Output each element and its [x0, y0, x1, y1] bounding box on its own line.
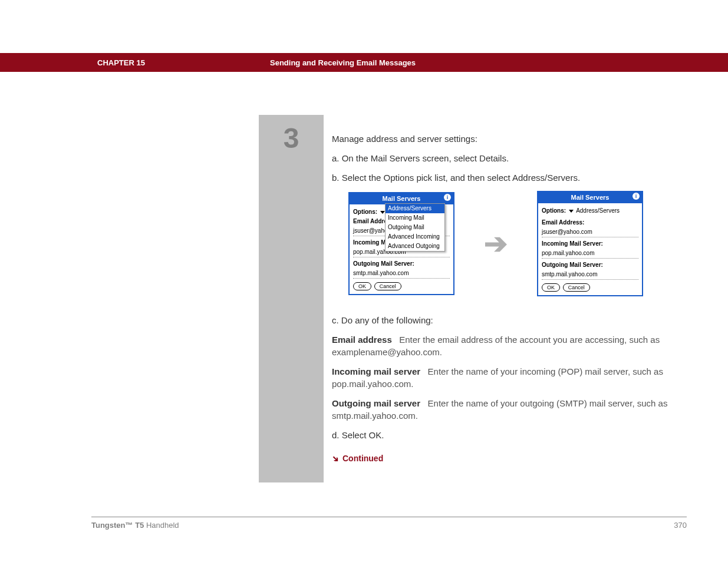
- step-content: Manage address and server settings: a. O…: [324, 115, 690, 482]
- options-label: Options:: [353, 209, 377, 215]
- def-outgoing: Outgoing mail server Enter the name of y…: [332, 397, 678, 422]
- dropdown-item-address-servers[interactable]: Address/Servers: [386, 204, 444, 213]
- palm-title-text: Mail Servers: [383, 195, 421, 202]
- outgoing-label-left: Outgoing Mail Server:: [353, 260, 450, 268]
- dropdown-item-adv-incoming[interactable]: Advanced Incoming: [386, 232, 444, 242]
- options-row-right: Options: Address/Servers: [542, 207, 638, 215]
- step-a: a. On the Mail Servers screen, select De…: [332, 152, 678, 164]
- step-number: 3: [259, 122, 324, 154]
- options-label-right: Options:: [542, 207, 566, 214]
- ok-button-right[interactable]: OK: [542, 283, 560, 292]
- dropdown-item-adv-outgoing[interactable]: Advanced Outgoing: [386, 242, 444, 251]
- step-number-column: 3: [259, 115, 324, 482]
- step-d: d. Select OK.: [332, 429, 678, 441]
- info-icon-right[interactable]: i: [633, 193, 640, 200]
- def-email: Email address Enter the email address of…: [332, 333, 678, 358]
- continued-arrow-icon: ➔: [329, 452, 342, 465]
- dropdown-icon-right[interactable]: [569, 210, 574, 213]
- palm-title-bar-right: Mail Servers i: [538, 192, 642, 203]
- page-footer: Tungsten™ T5 Handheld 370: [91, 517, 687, 530]
- incoming-field-right[interactable]: pop.mail.yahoo.com: [542, 249, 638, 259]
- cancel-button-right[interactable]: Cancel: [563, 283, 590, 292]
- chapter-number: CHAPTER 15: [97, 58, 145, 67]
- palm-screen-right: Mail Servers i Options: Address/Servers …: [537, 191, 643, 296]
- product-name: Tungsten™ T5 Handheld: [91, 521, 179, 530]
- dropdown-item-outgoing[interactable]: Outgoing Mail: [386, 223, 444, 232]
- step-intro: Manage address and server settings:: [332, 133, 678, 145]
- options-dropdown: Address/Servers Incoming Mail Outgoing M…: [385, 203, 445, 252]
- palm-button-row-right: OK Cancel: [542, 283, 638, 292]
- ok-button[interactable]: OK: [353, 282, 371, 290]
- palm-title-text-right: Mail Servers: [571, 194, 610, 201]
- step-c: c. Do any of the following:: [332, 314, 678, 326]
- cancel-button[interactable]: Cancel: [374, 282, 401, 290]
- palm-button-row: OK Cancel: [353, 282, 450, 290]
- palm-screen-left: Mail Servers i Options: Address/Servers …: [348, 192, 454, 295]
- product-bold: Tungsten™ T5: [91, 521, 144, 530]
- product-rest: Handheld: [144, 521, 179, 530]
- continued-marker: ➔ Continued: [332, 453, 678, 465]
- screenshot-row: Mail Servers i Options: Address/Servers …: [348, 191, 678, 296]
- def-incoming: Incoming mail server Enter the name of y…: [332, 365, 678, 390]
- chapter-title: Sending and Receiving Email Messages: [270, 58, 416, 67]
- dropdown-icon[interactable]: [380, 211, 385, 214]
- chapter-header: CHAPTER 15 Sending and Receiving Email M…: [0, 53, 728, 72]
- step-b: b. Select the Options pick list, and the…: [332, 171, 678, 184]
- def-incoming-label: Incoming mail server: [332, 366, 420, 376]
- email-field-right[interactable]: jsuser@yahoo.com: [542, 228, 638, 237]
- palm-body: Options: Address/Servers Incoming Mail O…: [350, 204, 453, 294]
- incoming-label-right: Incoming Mail Server:: [542, 240, 638, 248]
- palm-body-right: Options: Address/Servers Email Address: …: [538, 203, 642, 295]
- outgoing-label-right: Outgoing Mail Server:: [542, 261, 638, 269]
- options-selected-right[interactable]: Address/Servers: [576, 207, 620, 214]
- page-number: 370: [674, 521, 687, 530]
- arrow-right-icon: ➔: [484, 224, 508, 263]
- continued-text: Continued: [342, 453, 383, 465]
- def-outgoing-label: Outgoing mail server: [332, 398, 420, 408]
- dropdown-item-incoming[interactable]: Incoming Mail: [386, 213, 444, 223]
- email-label-right: Email Address:: [542, 219, 638, 227]
- step-container: 3 Manage address and server settings: a.…: [259, 115, 690, 482]
- outgoing-field-left[interactable]: smtp.mail.yahoo.com: [353, 269, 450, 279]
- info-icon[interactable]: i: [444, 194, 451, 201]
- def-email-label: Email address: [332, 335, 392, 345]
- outgoing-field-right[interactable]: smtp.mail.yahoo.com: [542, 270, 638, 280]
